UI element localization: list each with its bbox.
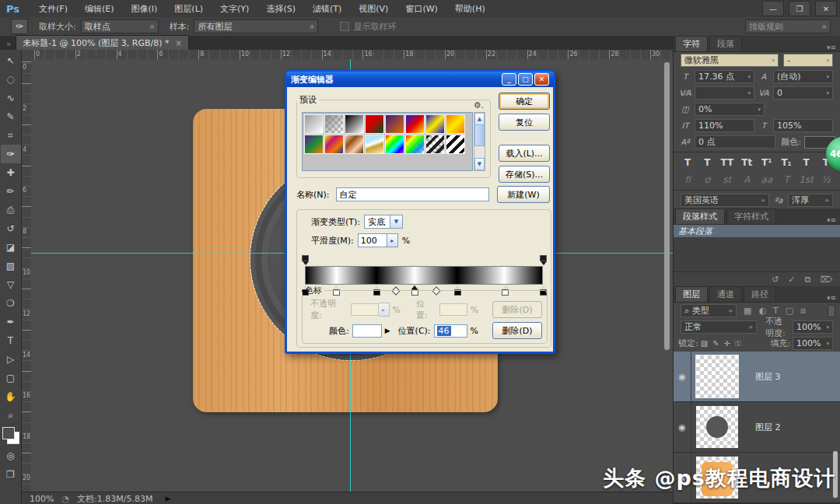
filter-adjustment-icon[interactable]: ◐: [758, 306, 766, 316]
document-tab[interactable]: 未标题-1 @ 100% (图层 3, RGB/8) * ×: [16, 35, 189, 50]
tab-close-icon[interactable]: ×: [176, 39, 182, 47]
dialog-title-bar[interactable]: 渐变编辑器 _□✕: [286, 72, 554, 87]
hand-tool[interactable]: ✋: [1, 387, 21, 406]
smoothness-arrow-icon[interactable]: ▸: [387, 233, 398, 247]
dialog-close-icon[interactable]: ✕: [534, 73, 549, 86]
redefine-style-icon[interactable]: ↺: [772, 275, 779, 285]
tab-路径[interactable]: 路径: [744, 286, 776, 302]
quick-selection-tool[interactable]: ✎: [1, 107, 21, 126]
zoom-level-field[interactable]: 100%: [30, 494, 54, 504]
color-menu-arrow-icon[interactable]: ▶: [385, 327, 390, 334]
type-tool[interactable]: T: [1, 331, 21, 350]
eyedropper-tool-preview-icon[interactable]: ✑: [11, 19, 28, 34]
tab-字符[interactable]: 字符: [675, 36, 708, 51]
layer-row[interactable]: ◉图层 3: [674, 352, 840, 402]
menu-item[interactable]: 文件(F): [30, 4, 76, 14]
tab-字符样式[interactable]: 字符样式: [726, 208, 776, 224]
tab-scroll-icon[interactable]: »: [6, 40, 11, 48]
eye-icon[interactable]: ◉: [674, 352, 691, 401]
menu-item[interactable]: 选择(S): [257, 4, 304, 14]
tsume-select[interactable]: 0% ▾: [695, 103, 765, 116]
layout-rules-select[interactable]: 排版规则 ≑: [745, 19, 831, 33]
layer-row[interactable]: ◉图层 2: [674, 402, 840, 453]
kerning-select[interactable]: ▾: [695, 86, 754, 100]
scroll-down-icon[interactable]: ▼: [474, 158, 485, 170]
dialog-minimize-icon[interactable]: _: [502, 73, 516, 86]
preset-spectrum[interactable]: [385, 135, 404, 154]
apply-style-icon[interactable]: ✓: [788, 275, 795, 285]
spot-healing-tool[interactable]: ✚: [1, 163, 21, 182]
pen-tool[interactable]: ✒: [1, 313, 21, 331]
panel-menu-icon[interactable]: ▾≡: [827, 216, 836, 224]
ok-button[interactable]: 确定: [499, 93, 550, 110]
canvas-scrollbar[interactable]: [664, 62, 670, 350]
preset-yellow-violet-orange-blue[interactable]: [324, 135, 344, 154]
restore-icon[interactable]: ❐: [789, 1, 810, 16]
menu-item[interactable]: 图层(L): [166, 4, 212, 14]
filter-smart-object-icon[interactable]: ⧈: [800, 306, 806, 316]
crop-tool[interactable]: ⌗: [1, 126, 21, 145]
type-style-button[interactable]: TT: [719, 157, 735, 168]
preset-transparent-rainbow[interactable]: [405, 135, 425, 154]
tab-段落[interactable]: 段落: [709, 36, 742, 51]
stop-position-c-input[interactable]: 46: [434, 324, 467, 338]
foreground-color-swatch[interactable]: [2, 427, 15, 439]
layer-filter-select[interactable]: ⌕ 类型 ≑: [681, 304, 737, 317]
preset-blue-yellow-blue[interactable]: [425, 114, 445, 134]
type-style-button[interactable]: Tt: [739, 157, 754, 168]
lock-transparency-icon[interactable]: ▨: [701, 339, 708, 348]
preset-fg-to-transparent[interactable]: [324, 114, 344, 134]
antialias-select[interactable]: 浑厚 ≑: [788, 194, 833, 207]
language-select[interactable]: 美国英语 ≑: [681, 194, 769, 207]
presets-scrollbar[interactable]: ▲ ▼: [474, 112, 485, 171]
new-button[interactable]: 新建(W): [497, 186, 550, 203]
move-tool[interactable]: ↖: [1, 51, 21, 70]
layer-thumbnail[interactable]: [696, 355, 738, 397]
filter-pixel-icon[interactable]: ▦: [744, 306, 751, 316]
fill-select[interactable]: 100% ▾: [793, 337, 833, 350]
tracking-select[interactable]: 0 ▾: [773, 86, 833, 100]
baseline-shift-field[interactable]: 0 点: [695, 135, 775, 149]
shape-tool[interactable]: ▢: [1, 369, 21, 387]
panel-menu-icon[interactable]: ▾≡: [827, 44, 836, 51]
history-brush-tool[interactable]: ↺: [1, 219, 21, 238]
filter-type-icon[interactable]: T: [773, 306, 779, 316]
opacity-stop[interactable]: [302, 255, 309, 265]
preset-blue-red-yellow[interactable]: [405, 114, 425, 134]
dodge-tool[interactable]: ❍: [1, 294, 21, 313]
filter-shape-icon[interactable]: ▢: [786, 306, 793, 316]
preset-black-white-stripes[interactable]: [446, 135, 465, 154]
dialog-maximize-icon[interactable]: □: [518, 73, 533, 86]
brush-tool[interactable]: ✏: [1, 182, 21, 201]
show-ring-checkbox[interactable]: [340, 22, 349, 31]
font-style-select[interactable]: - ▾: [783, 54, 833, 67]
preset-orange-yellow[interactable]: [446, 114, 465, 134]
eye-icon[interactable]: ◉: [674, 402, 691, 452]
foreground-background-swatches[interactable]: [2, 427, 19, 444]
layer-thumbnail[interactable]: [696, 406, 738, 448]
status-menu-arrow-icon[interactable]: ▶: [165, 495, 170, 502]
eraser-tool[interactable]: ◪: [1, 238, 21, 257]
preset-violet-green-orange[interactable]: [304, 135, 324, 154]
eyedropper-tool[interactable]: ✑: [1, 145, 21, 163]
font-size-select[interactable]: 17.36 点 ▾: [695, 70, 754, 83]
type-style-button[interactable]: T: [680, 157, 695, 168]
vertical-scale-field[interactable]: 110%: [695, 119, 754, 132]
filter-toggle[interactable]: [828, 305, 835, 317]
lock-position-icon[interactable]: ✛: [724, 339, 730, 348]
gradient-type-select[interactable]: 实底 ▼: [364, 215, 403, 229]
tab-图层[interactable]: 图层: [675, 286, 708, 302]
font-family-select[interactable]: 微软雅黑 ▾: [681, 54, 779, 67]
zoom-tool[interactable]: ⌕: [1, 406, 21, 425]
lasso-tool[interactable]: ∿: [1, 89, 21, 107]
preset-chrome[interactable]: [365, 135, 384, 154]
leading-select[interactable]: (自动) ▾: [773, 70, 833, 83]
close-icon[interactable]: ✕: [815, 1, 837, 16]
preset-black-white[interactable]: [345, 114, 364, 134]
menu-item[interactable]: 编辑(E): [76, 4, 123, 14]
new-style-icon[interactable]: ⧉: [805, 275, 811, 285]
menu-item[interactable]: 滤镜(T): [304, 4, 350, 14]
menu-item[interactable]: 图像(I): [123, 4, 166, 14]
type-style-button[interactable]: T: [699, 157, 715, 168]
blur-tool[interactable]: ▽: [1, 275, 21, 294]
